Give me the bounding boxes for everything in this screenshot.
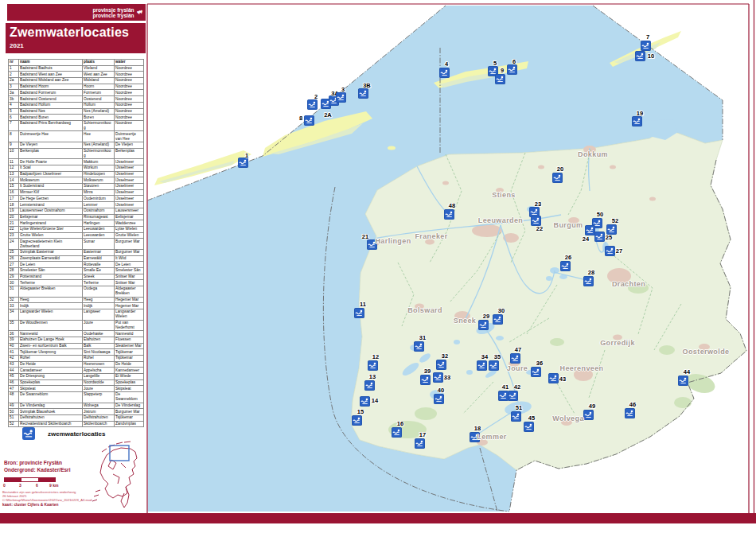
swimmer-icon xyxy=(360,397,369,406)
map-marker-15[interactable] xyxy=(352,415,362,426)
map-marker-36[interactable] xyxy=(531,367,541,377)
map-marker-label-6: 6 xyxy=(512,58,516,65)
map-marker-24[interactable] xyxy=(585,225,595,235)
map-marker-31[interactable] xyxy=(414,341,424,352)
swimmer-icon xyxy=(524,422,533,431)
title-band: Zwemwaterlocaties 2021 xyxy=(6,23,146,53)
city-label-sneek: Sneek xyxy=(454,317,477,325)
map-marker-17[interactable] xyxy=(415,438,425,449)
swimmer-icon xyxy=(584,277,593,286)
table-row: 48De SwanneblomSlappeterpDe Swanneblom xyxy=(9,392,144,403)
map-marker-48[interactable] xyxy=(444,209,454,220)
map-marker-3B[interactable] xyxy=(358,88,368,99)
map-marker-12[interactable] xyxy=(368,360,378,371)
map-marker-51[interactable] xyxy=(511,411,521,422)
map-marker-20[interactable] xyxy=(552,173,563,183)
swimmer-icon xyxy=(365,381,374,390)
map-marker-46[interactable] xyxy=(625,408,635,418)
map-marker-26[interactable] xyxy=(560,261,571,271)
map-marker-35[interactable] xyxy=(489,360,499,371)
map-marker-9[interactable] xyxy=(495,74,505,84)
swimmer-icon xyxy=(509,391,517,400)
netherlands-minimap xyxy=(89,439,146,515)
map-marker-42[interactable] xyxy=(508,391,518,401)
map-marker-label-14: 14 xyxy=(372,397,378,404)
table-row: 52Recreatiestrand SkûlenboarchSkûlenboar… xyxy=(9,421,144,427)
table-row: 32HeegHeegHegemer Mar xyxy=(9,297,144,303)
map-marker-label-19: 19 xyxy=(637,110,643,117)
map-marker-45[interactable] xyxy=(524,422,534,432)
scale-tick-6: 6 xyxy=(36,483,38,488)
table-row: 20EeltsjemarRinsumageastEeltsjemar xyxy=(9,214,144,220)
legend-swimmer-icon xyxy=(22,427,35,440)
col-header-plaats: plaats xyxy=(83,60,115,66)
map-marker-6[interactable] xyxy=(507,64,517,75)
table-row: 13Badpaviljoen IJsselmeerHindeloopenIJss… xyxy=(9,171,144,177)
map-marker-39[interactable] xyxy=(420,375,431,385)
map-marker-19[interactable] xyxy=(632,116,642,126)
table-row: 10BerkenplasSchiermonnikoogBerkenplas xyxy=(9,148,144,159)
map-marker-label-24: 24 xyxy=(583,235,589,243)
table-row: 41Tsjûkemar UlesprongSint NicolaasgaTsjû… xyxy=(9,349,144,356)
map-marker-28[interactable] xyxy=(583,276,594,286)
map-marker-label-18: 18 xyxy=(474,425,481,432)
swimmer-icon xyxy=(421,376,430,384)
swimmer-icon xyxy=(553,173,562,182)
swimmer-icon xyxy=(508,65,516,74)
map-marker-25[interactable] xyxy=(594,232,605,242)
map-marker-label-15: 15 xyxy=(357,408,364,415)
map-marker-29[interactable] xyxy=(478,320,489,330)
table-row: 5Badstrand NesNes (Ameland)Noordzee xyxy=(9,108,144,115)
map-marker-label-33: 33 xyxy=(444,374,450,381)
swimmer-icon xyxy=(532,368,540,376)
map-marker-label-32: 32 xyxy=(442,352,448,360)
map-marker-14[interactable] xyxy=(360,396,370,407)
map-marker-4[interactable] xyxy=(439,68,450,78)
table-row: 31Aldegaaster BrekkenOudegaAldegaaster B… xyxy=(9,286,144,298)
map-marker-7[interactable] xyxy=(641,41,651,51)
map-marker-label-30: 30 xyxy=(498,307,505,314)
map-marker-label-10: 10 xyxy=(648,53,654,60)
table-row: 42RohelRohelTsjûkemar xyxy=(9,355,144,361)
scale-bar xyxy=(4,477,56,482)
col-header-nr: nr xyxy=(9,60,19,66)
map-marker-30[interactable] xyxy=(493,314,503,325)
logo-line-frisian: provinsje fryslân xyxy=(92,7,134,13)
map-marker-41[interactable] xyxy=(498,391,509,401)
map-marker-33[interactable] xyxy=(433,372,443,383)
pompebleden-icon: ♥♥ xyxy=(135,8,142,16)
map-marker-8[interactable] xyxy=(304,115,314,126)
map-marker-10[interactable] xyxy=(635,51,645,61)
map-marker-label-5: 5 xyxy=(493,60,497,67)
map-marker-13[interactable] xyxy=(364,380,375,391)
city-label-harlingen: Harlingen xyxy=(375,237,411,245)
map-marker-label-3: 3 xyxy=(341,86,345,93)
table-row: 24Dagrecreatieterrein Klein ZwitserlandS… xyxy=(9,239,144,250)
map-marker-label-49: 49 xyxy=(589,403,595,410)
map-marker-47[interactable] xyxy=(510,353,520,364)
map-marker-43[interactable] xyxy=(548,373,559,383)
map-marker-label-48: 48 xyxy=(449,202,455,209)
map-marker-27[interactable] xyxy=(605,246,615,256)
table-row: 12It SoalWorkumIJsselmeer xyxy=(9,165,144,172)
map-marker-label-52: 52 xyxy=(612,217,618,224)
table-row: 9De VleyenNes (Ameland)De Vleijen xyxy=(9,142,144,149)
map-marker-16[interactable] xyxy=(392,427,402,438)
map-marker-49[interactable] xyxy=(583,410,594,420)
table-row: 51DelfstrahuizenDelfstrahuizenTsjûkemar xyxy=(9,415,144,422)
locations-table-wrap: nrnaamplaatswater 1Badstrand BadhuisVlie… xyxy=(8,59,143,427)
page-year: 2021 xyxy=(10,42,142,49)
map-marker-40[interactable] xyxy=(434,394,444,404)
province-logo: provinsje fryslân provincie fryslân ♥♥ xyxy=(7,4,146,21)
map-marker-44[interactable] xyxy=(678,376,688,386)
note-cartography: kaart: cluster Cijfers & Kaarten xyxy=(2,503,58,507)
city-label-franeker: Franeker xyxy=(415,232,447,240)
swimmer-icon xyxy=(679,376,688,385)
map-marker-2[interactable] xyxy=(307,99,318,110)
map-marker-34[interactable] xyxy=(477,360,487,371)
swimmer-icon xyxy=(437,360,446,369)
map-marker-label-7: 7 xyxy=(646,33,649,41)
map-marker-3[interactable] xyxy=(336,92,346,103)
map-marker-11[interactable] xyxy=(354,308,364,318)
map-marker-32[interactable] xyxy=(436,360,446,370)
